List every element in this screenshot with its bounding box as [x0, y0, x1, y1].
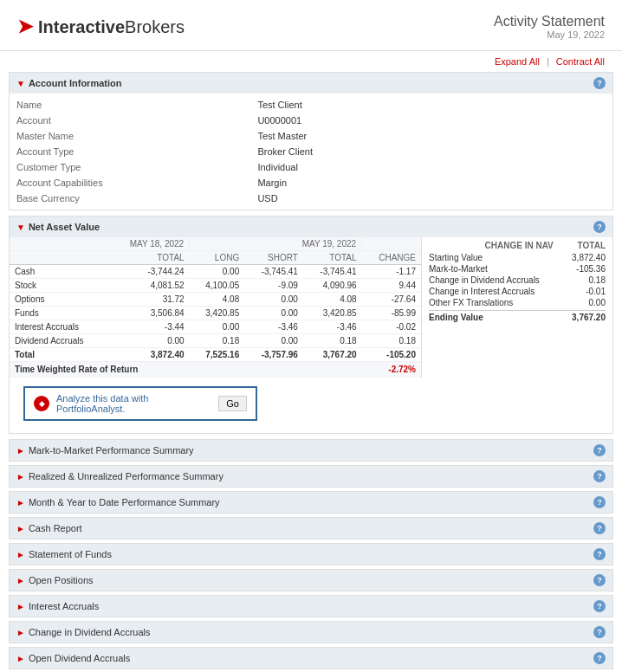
- account-field-value: U0000001: [250, 113, 612, 128]
- pa-go-button[interactable]: Go: [218, 396, 247, 411]
- nav-row-long: 3,420.85: [190, 307, 245, 320]
- collapsible-title-8: ► Open Dividend Accruals: [16, 653, 130, 663]
- change-nav-title: CHANGE IN NAV: [485, 241, 554, 250]
- collapsible-header-2[interactable]: ► Month & Year to Date Performance Summa…: [10, 492, 612, 513]
- collapsible-header-0[interactable]: ► Mark-to-Market Performance Summary ?: [10, 440, 612, 461]
- collapsible-help-6[interactable]: ?: [593, 600, 606, 612]
- collapsible-header-4[interactable]: ► Statement of Funds ?: [10, 544, 612, 565]
- expand-all-link[interactable]: Expand All: [495, 56, 540, 67]
- nav-row-label: Stock: [10, 279, 108, 293]
- col-long: LONG: [190, 251, 245, 265]
- account-info-row: Base CurrencyUSD: [10, 191, 612, 206]
- nav-chevron: ▼: [16, 223, 25, 232]
- account-info-help[interactable]: ?: [593, 77, 606, 89]
- account-info-row: Customer TypeIndividual: [10, 159, 612, 175]
- account-info-row: Account CapabilitiesMargin: [10, 175, 612, 191]
- nav-row-short: -3,745.41: [244, 265, 303, 279]
- collapsible-chevron-8: ►: [16, 654, 25, 663]
- nav-row: Total 3,872.40 7,525.16 -3,757.96 3,767.…: [10, 348, 421, 362]
- collapsible-title-1: ► Realized & Unrealized Performance Summ…: [16, 471, 224, 481]
- twrr-row: Time Weighted Rate of Return -2.72%: [10, 362, 421, 378]
- col-short: SHORT: [244, 251, 303, 265]
- collapsible-chevron-4: ►: [16, 550, 25, 559]
- collapsible-title-2: ► Month & Year to Date Performance Summa…: [16, 497, 220, 507]
- collapsible-help-2[interactable]: ?: [593, 496, 606, 508]
- collapsible-header-6[interactable]: ► Interest Accruals ?: [10, 596, 612, 617]
- nav-row-total1: 31.72: [108, 293, 190, 307]
- change-nav-label: Change in Interest Accruals: [429, 287, 535, 296]
- collapsible-section-4: ► Statement of Funds ?: [9, 543, 613, 565]
- collapsible-label-8: Open Dividend Accruals: [29, 653, 130, 663]
- collapsible-header-5[interactable]: ► Open Positions ?: [10, 570, 612, 591]
- change-nav-item: Mark-to-Market-105.36: [429, 263, 606, 275]
- nav-row-total2: 3,420.85: [303, 307, 362, 320]
- change-nav-value: 0.00: [589, 298, 606, 307]
- change-nav-value: 0.18: [589, 275, 606, 285]
- collapsible-header-3[interactable]: ► Cash Report ?: [10, 518, 612, 539]
- logo-text: InteractiveBrokers: [38, 17, 185, 37]
- nav-row: Interest Accruals -3.44 0.00 -3.46 -3.46…: [10, 320, 421, 334]
- nav-row: Options 31.72 4.08 0.00 4.08 -27.64: [10, 293, 421, 307]
- account-field-label: Account Capabilities: [10, 175, 250, 191]
- nav-row-change: -105.20: [362, 348, 421, 362]
- nav-row: Stock 4,081.52 4,100.05 -9.09 4,090.96 9…: [10, 279, 421, 293]
- change-nav-item: Change in Interest Accruals-0.01: [429, 286, 606, 297]
- collapsible-label-6: Interest Accruals: [29, 601, 99, 611]
- portfolio-analyst-container: ◆ Analyze this data with PortfolioAnalys…: [10, 378, 612, 433]
- account-info-row: AccountU0000001: [10, 113, 612, 128]
- statement-info: Activity Statement May 19, 2022: [494, 14, 605, 40]
- collapsible-help-1[interactable]: ?: [593, 470, 606, 482]
- collapsible-section-7: ► Change in Dividend Accruals ?: [9, 621, 613, 643]
- change-nav-value: -0.01: [586, 287, 606, 296]
- collapsible-help-7[interactable]: ?: [593, 626, 606, 638]
- change-nav-rows: Starting Value3,872.40Mark-to-Market-105…: [429, 252, 606, 323]
- nav-row-label: Interest Accruals: [10, 320, 108, 334]
- change-nav-value: 3,872.40: [572, 253, 606, 262]
- nav-header[interactable]: ▼ Net Asset Value ?: [10, 216, 612, 237]
- collapsible-help-4[interactable]: ?: [593, 548, 606, 560]
- collapsible-chevron-5: ►: [16, 576, 25, 585]
- nav-row-long: 0.00: [190, 320, 245, 334]
- collapsible-help-8[interactable]: ?: [593, 652, 606, 664]
- nav-row: Funds 3,506.84 3,420.85 0.00 3,420.85 -8…: [10, 307, 421, 320]
- nav-row-total1: 0.00: [108, 334, 190, 348]
- nav-row-total2: 0.18: [303, 334, 362, 348]
- collapsible-section-5: ► Open Positions ?: [9, 569, 613, 591]
- collapsible-help-0[interactable]: ?: [593, 444, 606, 456]
- date1-header: MAY 18, 2022: [108, 237, 190, 251]
- collapsible-help-5[interactable]: ?: [593, 574, 606, 586]
- collapsible-help-3[interactable]: ?: [593, 522, 606, 534]
- contract-all-link[interactable]: Contract All: [556, 56, 605, 67]
- account-info-row: Account TypeBroker Client: [10, 144, 612, 159]
- page-header: ➤ InteractiveBrokers Activity Statement …: [0, 0, 622, 51]
- collapsible-header-1[interactable]: ► Realized & Unrealized Performance Summ…: [10, 466, 612, 487]
- nav-row-label: Total: [10, 348, 108, 362]
- collapsible-header-7[interactable]: ► Change in Dividend Accruals ?: [10, 622, 612, 643]
- collapsible-label-3: Cash Report: [29, 523, 82, 533]
- change-nav-label: Change in Dividend Accruals: [429, 275, 540, 285]
- nav-row-label: Funds: [10, 307, 108, 320]
- collapsible-section-6: ► Interest Accruals ?: [9, 595, 613, 617]
- nav-row: Dividend Accruals 0.00 0.18 0.00 0.18 0.…: [10, 334, 421, 348]
- statement-title: Activity Statement: [494, 14, 605, 29]
- nav-row-total1: 3,872.40: [108, 348, 190, 362]
- nav-row-change: -85.99: [362, 307, 421, 320]
- collapsible-chevron-2: ►: [16, 498, 25, 507]
- account-info-chevron: ▼: [16, 79, 25, 88]
- nav-help[interactable]: ?: [593, 221, 606, 233]
- logo: ➤ InteractiveBrokers: [17, 17, 185, 37]
- collapsible-chevron-3: ►: [16, 524, 25, 533]
- change-nav-item: Starting Value3,872.40: [429, 252, 606, 263]
- account-info-section: ▼ Account Information ? NameTest ClientA…: [9, 72, 613, 210]
- collapsible-header-8[interactable]: ► Open Dividend Accruals ?: [10, 648, 612, 669]
- nav-main-table: MAY 18, 2022 MAY 19, 2022 TOTAL LONG SHO…: [10, 237, 421, 378]
- account-info-row: NameTest Client: [10, 97, 612, 113]
- account-field-label: Account Type: [10, 144, 250, 159]
- account-field-value: Margin: [250, 175, 612, 191]
- account-field-label: Master Name: [10, 128, 250, 144]
- nav-left: MAY 18, 2022 MAY 19, 2022 TOTAL LONG SHO…: [10, 237, 422, 378]
- account-info-header[interactable]: ▼ Account Information ?: [10, 73, 612, 94]
- pa-icon: ◆: [34, 396, 49, 411]
- nav-row-long: 4.08: [190, 293, 245, 307]
- nav-row-total1: 3,506.84: [108, 307, 190, 320]
